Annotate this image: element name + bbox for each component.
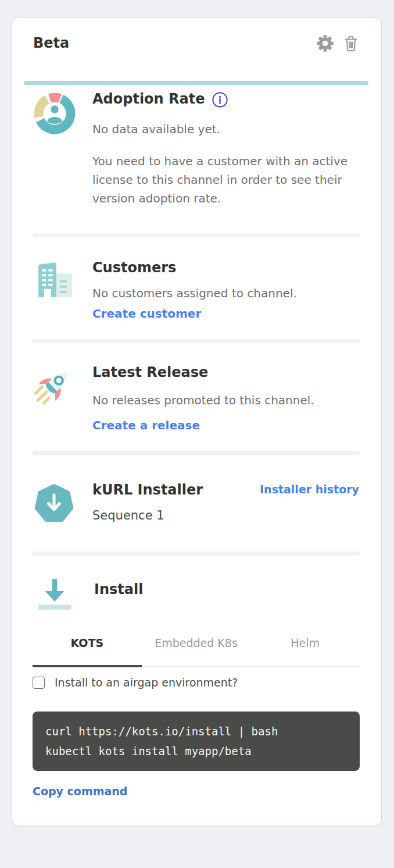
kurl-body: kURL Installer Installer history Sequenc…	[92, 481, 359, 529]
page: { "colors": { "page-bg": "#eef0f3", "car…	[0, 0, 394, 868]
installer-history-link[interactable]: Installer history	[260, 481, 359, 498]
kurl-icon-wrap	[31, 481, 92, 529]
adoption-rate-title: Adoption Rate	[92, 90, 205, 109]
section-divider	[33, 552, 360, 556]
adoption-rate-icon-wrap	[31, 90, 92, 208]
section-divider	[33, 451, 360, 455]
customers-icon-wrap	[31, 258, 92, 321]
command-line: curl https://kots.io/install | bash	[45, 721, 347, 741]
download-icon	[33, 573, 77, 617]
section-latest-release: Latest Release No releases promoted to t…	[12, 343, 381, 451]
channel-settings-button[interactable]	[316, 34, 334, 52]
section-adoption-rate: Adoption Rate No data available yet. You…	[12, 85, 381, 233]
tab-helm[interactable]: Helm	[250, 635, 360, 666]
airgap-label[interactable]: Install to an airgap environment?	[55, 676, 238, 689]
header-actions	[316, 34, 359, 52]
latest-release-title: Latest Release	[92, 363, 359, 382]
customers-body: Customers No customers assigned to chann…	[92, 258, 359, 321]
kurl-installer-title: kURL Installer	[92, 481, 203, 500]
rocket-icon	[31, 363, 78, 411]
kurl-heptagon-download-icon	[31, 481, 77, 527]
latest-release-body: Latest Release No releases promoted to t…	[92, 363, 359, 432]
card-header: Beta	[12, 18, 381, 53]
latest-release-icon-wrap	[31, 363, 92, 432]
channel-title: Beta	[33, 34, 69, 53]
airgap-row: Install to an airgap environment?	[33, 676, 360, 689]
section-divider	[33, 233, 360, 237]
copy-command-link[interactable]: Copy command	[33, 785, 127, 798]
customers-empty-message: No customers assigned to channel.	[92, 285, 359, 301]
section-divider	[33, 339, 360, 343]
install-command-code-block: curl https://kots.io/install | bashkubec…	[33, 712, 360, 771]
adoption-info-button[interactable]	[212, 91, 228, 108]
install-head: Install	[33, 573, 360, 620]
section-kurl-installer: kURL Installer Installer history Sequenc…	[12, 455, 381, 552]
command-line: kubectl kots install myapp/beta	[45, 741, 347, 761]
adoption-rate-body: Adoption Rate No data available yet. You…	[92, 90, 359, 208]
release-empty-message: No releases promoted to this channel.	[92, 392, 359, 408]
install-tabs: KOTS Embedded K8s Helm	[33, 635, 360, 667]
trash-icon	[343, 34, 359, 52]
section-install: Install KOTS Embedded K8s Helm Install t…	[12, 556, 381, 826]
airgap-checkbox[interactable]	[33, 677, 45, 689]
buildings-icon	[31, 258, 78, 306]
tab-embedded-k8s[interactable]: Embedded K8s	[142, 635, 251, 666]
create-customer-link[interactable]: Create customer	[92, 307, 201, 321]
tab-kots[interactable]: KOTS	[33, 635, 142, 666]
install-title: Install	[94, 580, 143, 599]
channel-card: Beta	[12, 17, 382, 826]
adoption-rate-donut-icon	[31, 90, 78, 137]
info-icon	[212, 91, 228, 108]
install-icon-wrap	[33, 573, 94, 620]
channel-delete-button[interactable]	[343, 34, 359, 52]
gear-icon	[316, 34, 334, 52]
installer-sequence: Sequence 1	[92, 507, 359, 524]
customers-title: Customers	[92, 258, 359, 278]
create-release-link[interactable]: Create a release	[92, 418, 200, 432]
section-customers: Customers No customers assigned to chann…	[12, 237, 381, 339]
adoption-description: You need to have a customer with an acti…	[92, 152, 352, 208]
channel-accent-bar	[24, 81, 368, 85]
adoption-empty-message: No data available yet.	[92, 121, 359, 137]
